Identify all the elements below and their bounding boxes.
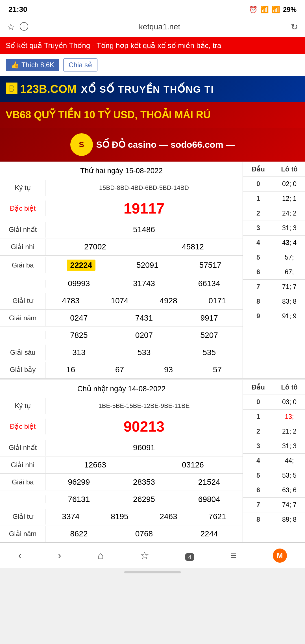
giai-tu-row-1: Giải tư 4783 1074 4928 0171 <box>0 292 243 310</box>
side-dau-header-1: Đầu <box>243 162 274 177</box>
side-row-2-5: 5 53; 5 <box>243 468 305 483</box>
refresh-icon[interactable]: ↻ <box>291 21 298 32</box>
url-display[interactable]: ketqua1.net <box>139 22 180 31</box>
giai-nam-row1-1: Giải năm 0247 7431 9917 <box>0 310 243 327</box>
giai-ba-label-empty <box>0 280 45 288</box>
side-dau-1-5: 5 <box>243 250 274 265</box>
giai-tu2-val-0: 3374 <box>62 512 79 521</box>
side-lo-2-8: 89; 8 <box>274 512 305 527</box>
avatar-label: M <box>277 551 283 560</box>
battery: 29% <box>283 6 297 14</box>
side-dau-1-9: 9 <box>243 309 274 323</box>
giai-sau-val-0: 313 <box>72 348 86 357</box>
bookmark-button[interactable]: ☆ <box>140 550 149 562</box>
giai-tu2-val-2: 2463 <box>160 512 177 521</box>
ky-tu-label-2: Ký tự <box>0 398 45 414</box>
giai-nam-row1-2: Giải năm 8622 0768 2244 <box>0 525 243 542</box>
ad-banner-123b[interactable]: 🅱 123B.COM XỔ SỐ TRUYỀN THỐNG TI <box>0 76 305 102</box>
giai-bay-values-1: 16 67 93 57 <box>45 361 243 378</box>
giai-nam-label-2: Giải năm <box>0 526 45 542</box>
giai-nhi-val-2-1: 03126 <box>182 460 204 469</box>
giai-bay-val-0: 16 <box>66 365 75 374</box>
side-row-2-2: 2 21; 2 <box>243 424 305 439</box>
status-bar: 21:30 ⏰ 📶 📶 29% <box>0 0 305 17</box>
side-dau-2-6: 6 <box>243 483 274 497</box>
tabs-button[interactable]: 4 <box>185 550 194 562</box>
dac-biet-row-2: Đặc biệt 90213 <box>0 414 243 439</box>
thumb-icon: 👍 <box>11 61 19 69</box>
ad-banner-sodo[interactable]: S SỐ ĐỎ casino — sodo66.com — <box>0 128 305 162</box>
side-header-2: Đầu Lô tô <box>243 380 305 395</box>
avatar[interactable]: M <box>273 549 287 563</box>
giai-nam-label-1: Giải năm <box>0 310 45 326</box>
side-lo-2-7: 74; 7 <box>274 498 305 512</box>
giai-nam-val-3: 7825 <box>70 331 88 340</box>
dac-biet-values-1: 19117 <box>45 196 243 221</box>
share-label: Chia sẻ <box>69 61 92 69</box>
side-lo-2-4: 44; <box>274 454 305 468</box>
ad-123b-text: XỔ SỐ TRUYỀN THỐNG TI <box>81 84 214 95</box>
lottery-title-1: Thứ hai ngày 15-08-2022 <box>0 162 243 180</box>
lottery-section-2: Chủ nhật ngày 14-08-2022 Ký tự 1BE-5BE-1… <box>0 380 305 543</box>
home-button[interactable]: ⌂ <box>97 550 104 562</box>
ad-sodo-text: SỐ ĐỎ casino — sodo66.com — <box>96 139 235 150</box>
giai-ba-val-2: 57517 <box>199 261 221 270</box>
side-lo-1-6: 67; <box>274 265 305 279</box>
back-button[interactable]: ‹ <box>18 550 21 562</box>
giai-nhat-label-2: Giải nhất <box>0 440 45 456</box>
side-dau-1-3: 3 <box>243 221 274 235</box>
giai-ba2-val-1: 28353 <box>133 478 155 487</box>
side-row-2-0: 0 03; 0 <box>243 395 305 410</box>
side-row-1-8: 8 83; 8 <box>243 294 305 309</box>
giai-nhi-val-1-1: 45812 <box>182 242 204 251</box>
giai-sau-val-1: 533 <box>138 348 151 357</box>
side-dau-1-0: 0 <box>243 177 274 191</box>
giai-nhi-val-1-0: 27002 <box>84 242 106 251</box>
forward-button[interactable]: › <box>58 550 61 562</box>
giai-bay-val-1: 67 <box>115 365 124 374</box>
side-lo-1-2: 24; 2 <box>274 206 305 221</box>
giai-tu2-val-3: 7621 <box>208 512 226 521</box>
ad-banner-vb68[interactable]: VB68 QUỸ TIỀN 10 TỶ USD, THOẢI MÁI RÚ <box>0 102 305 128</box>
side-row-2-3: 3 31; 3 <box>243 439 305 454</box>
side-lo-1-3: 31; 3 <box>274 221 305 235</box>
giai-sau-row-1: Giải sáu 313 533 535 <box>0 344 243 361</box>
side-dau-2-8: 8 <box>243 512 274 527</box>
side-lo-1-9: 91; 9 <box>274 309 305 323</box>
share-button[interactable]: Chia sẻ <box>63 58 97 71</box>
giai-tu-label-1: Giải tư <box>0 293 45 309</box>
giai-ba-val-0: 22224 <box>67 260 95 271</box>
giai-nam-val-4: 0207 <box>135 331 153 340</box>
info-icon[interactable]: ⓘ <box>19 21 29 33</box>
side-row-1-0: 0 02; 0 <box>243 177 305 192</box>
side-lo-header-1: Lô tô <box>274 162 305 177</box>
like-button[interactable]: 👍 Thích 8,6K <box>6 59 59 71</box>
giai-tu-values-1: 4783 1074 4928 0171 <box>45 292 243 309</box>
side-lo-2-5: 53; 5 <box>274 468 305 483</box>
dac-biet-value-2: 90213 <box>124 418 165 435</box>
giai-nam2-val-2: 2244 <box>200 529 218 538</box>
side-dau-2-4: 4 <box>243 454 274 468</box>
side-row-2-1: 1 13; <box>243 410 305 424</box>
side-row-1-4: 4 43; 4 <box>243 236 305 250</box>
giai-nhat-values-1: 51486 <box>45 221 243 238</box>
giai-nhat-val-2: 96091 <box>133 443 155 452</box>
giai-nhi-values-1: 27002 45812 <box>45 238 243 255</box>
giai-nam2-val-1: 0768 <box>135 529 153 538</box>
giai-nam-vals-row1-2: 8622 0768 2244 <box>45 525 243 542</box>
marquee-banner: Sổ kết quả Truyền Thống - Tổng hợp kết q… <box>0 37 305 54</box>
social-bar: 👍 Thích 8,6K Chia sẻ <box>0 54 305 76</box>
giai-nhi-row-2: Giải nhì 12663 03126 <box>0 456 243 474</box>
giai-sau-label-1: Giải sáu <box>0 345 45 360</box>
side-dau-2-2: 2 <box>243 424 274 439</box>
giai-nhi-label-1: Giải nhì <box>0 239 45 255</box>
giai-nhat-row-1: Giải nhất 51486 <box>0 221 243 238</box>
side-row-1-3: 3 31; 3 <box>243 221 305 236</box>
side-panel-2: Đầu Lô tô 0 03; 0 1 13; 2 21; 2 3 31; 3 … <box>243 380 305 543</box>
menu-button[interactable]: ≡ <box>230 550 236 562</box>
star-icon[interactable]: ☆ <box>7 21 15 32</box>
giai-nam-label-empty <box>0 331 45 339</box>
giai-ba2-val-3: 76131 <box>68 495 90 504</box>
side-dau-2-3: 3 <box>243 439 274 453</box>
side-dau-1-2: 2 <box>243 206 274 221</box>
